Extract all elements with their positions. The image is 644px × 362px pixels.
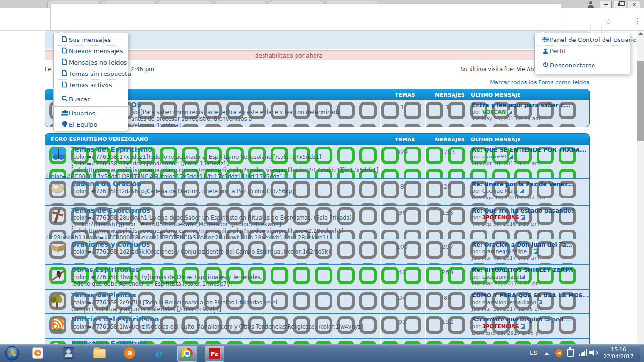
tray-expand-icon[interactable] bbox=[545, 352, 549, 355]
scrollbar-up-arrow-icon[interactable] bbox=[638, 32, 643, 35]
forum-link[interactable]: Temas del Espiritismo bbox=[71, 146, 380, 154]
broken-image-placeholder bbox=[426, 230, 443, 239]
forum-row[interactable]: Oraciones y Conjuros[color=#776D5B:1d2rs… bbox=[45, 239, 589, 264]
menu-item-panel-de-control[interactable]: Panel de Control del Usuario bbox=[535, 34, 630, 45]
forum-link[interactable]: Cadena de Oración bbox=[71, 180, 380, 188]
forum-row[interactable]: Temas de Plantas[color=#776D5B:2c9v7lj1]… bbox=[45, 289, 589, 313]
last-post-link[interactable]: COMO Y PARA QUE SE USA LA MOS... bbox=[472, 292, 589, 299]
last-post-link[interactable]: Re: RITUALITOS SHIRLEY ZERPA bbox=[472, 267, 589, 274]
last-post-author[interactable]: marialionzerozuliano bbox=[482, 299, 536, 305]
forum-link[interactable]: Obras Espirituales bbox=[71, 266, 380, 274]
last-post-link[interactable]: Sacerdote que inspiró la pelí... bbox=[472, 316, 589, 323]
forum-row[interactable]: Obras Espirituales[color=#776D5B:1hwc3p7… bbox=[45, 264, 589, 289]
last-post-cell: Re: RITUALITOS SHIRLEY ZERPApor cacicaur… bbox=[472, 267, 589, 287]
last-post-by: por Cacique Mara bbox=[472, 188, 589, 195]
window-minimize-button[interactable] bbox=[600, 1, 612, 8]
broken-image-placeholder bbox=[248, 289, 266, 289]
forum-row[interactable]: Biblioteca Espiritual bbox=[45, 338, 589, 344]
broken-image-placeholder bbox=[537, 263, 554, 264]
user-management-icon[interactable] bbox=[63, 347, 75, 360]
broken-image-placeholder bbox=[337, 203, 355, 205]
forum-row[interactable]: Temas del Espiritismo[color=#776D5B:17x5… bbox=[45, 145, 589, 178]
filezilla-taskbar-button[interactable]: Fz bbox=[205, 346, 224, 362]
forum-row[interactable]: Temas de Exorcismos[color=#776D5B:28uekw… bbox=[45, 205, 589, 239]
menu-item-usuarios[interactable]: Usuarios bbox=[54, 108, 128, 119]
last-post-date: Jue Mar 16, 2017 12:06 am bbox=[472, 306, 589, 313]
network-signal-icon[interactable] bbox=[579, 349, 587, 356]
last-post-author[interactable]: Cacique Mara bbox=[482, 188, 518, 194]
avast-icon[interactable]: a bbox=[124, 347, 136, 360]
column-separator bbox=[425, 265, 426, 289]
forum-link[interactable]: Oraciones y Conjuros bbox=[71, 240, 380, 248]
forum-link[interactable]: Temas de Exorcismos bbox=[71, 206, 380, 214]
external-link-icon[interactable] bbox=[521, 215, 525, 220]
file-explorer-icon[interactable] bbox=[93, 347, 106, 360]
mark-forums-read-link[interactable]: Marcar todos los Foros como leídos bbox=[490, 79, 589, 86]
last-post-author[interactable]: poohre94 bbox=[482, 154, 507, 160]
external-link-icon[interactable] bbox=[534, 249, 538, 254]
menu-item-mensajes-no-leidos[interactable]: Mensajes no leídos bbox=[54, 57, 128, 68]
volume-icon[interactable] bbox=[589, 349, 598, 356]
internet-explorer-icon[interactable]: e bbox=[155, 347, 167, 360]
broken-image-placeholder bbox=[49, 203, 66, 205]
menu-item-sus-mensajes[interactable]: Sus mensajes bbox=[54, 34, 128, 45]
external-link-icon[interactable] bbox=[509, 155, 513, 159]
broken-image-placeholder bbox=[448, 169, 465, 178]
menu-item-desconectarse[interactable]: Desconectarse bbox=[535, 60, 630, 71]
forum-row[interactable]: Cadena de Oración[color=#776D5B:t2dz56kp… bbox=[45, 178, 589, 205]
menu-item-el-equipo[interactable]: El Equipo bbox=[54, 119, 128, 130]
media-player-icon[interactable] bbox=[32, 347, 44, 360]
forum-link[interactable]: Biblioteca Espiritual bbox=[71, 340, 380, 344]
last-post-link[interactable]: Re: Oración a Don Juan del Ta... bbox=[472, 241, 589, 248]
forum-link[interactable]: Noticias del Espiritismo bbox=[71, 315, 380, 323]
external-link-icon[interactable] bbox=[538, 300, 542, 304]
menu-item-temas-activos[interactable]: Temas activos bbox=[54, 80, 128, 90]
window-close-button[interactable]: × bbox=[628, 1, 640, 8]
forum-description: [color=#776D5B:1d2rsd5k]Oraciones y Conj… bbox=[71, 248, 380, 255]
last-post-author[interactable]: cacicaurimare bbox=[482, 274, 519, 280]
last-post-link[interactable]: Re: Únete por la Paz de Venez... bbox=[472, 181, 589, 188]
show-desktop-button[interactable] bbox=[640, 345, 644, 362]
last-post-link[interactable]: Re: Que me ha estado pasando? bbox=[472, 207, 589, 214]
tray-clock[interactable]: 15:16 22/04/2017 bbox=[603, 346, 635, 360]
menu-item-perfil[interactable]: Perfil bbox=[535, 46, 630, 57]
tray-avast-icon[interactable]: a bbox=[555, 349, 563, 357]
external-link-icon[interactable] bbox=[521, 324, 525, 329]
sliders-icon bbox=[541, 35, 550, 46]
broken-image-placeholder bbox=[448, 263, 465, 264]
external-link-icon[interactable] bbox=[520, 275, 525, 279]
browser-menu-icon[interactable]: ⋮ bbox=[634, 16, 641, 25]
broken-image-placeholder bbox=[448, 230, 465, 239]
start-button[interactable] bbox=[5, 346, 19, 362]
page-icon bbox=[60, 58, 69, 68]
menu-item-nuevos-mensajes[interactable]: Nuevos mensajes bbox=[54, 46, 128, 57]
forum-link[interactable]: Temas de Plantas bbox=[71, 291, 380, 299]
broken-image-placeholder bbox=[404, 341, 421, 344]
forum-row[interactable]: Noticias del Espiritismo[color=#776D5B:1… bbox=[45, 313, 589, 338]
scrollbar-thumb[interactable] bbox=[637, 61, 644, 141]
tray-device-icon[interactable] bbox=[567, 349, 574, 357]
external-link-icon[interactable] bbox=[508, 110, 512, 114]
last-post-link[interactable]: Entra y lee aquí para saber c... bbox=[472, 102, 589, 109]
person-icon bbox=[541, 46, 550, 57]
chrome-taskbar-button[interactable] bbox=[177, 346, 197, 362]
window-maximize-button[interactable] bbox=[614, 1, 626, 8]
broken-image-placeholder bbox=[404, 289, 421, 289]
broken-image-placeholder bbox=[537, 230, 554, 239]
external-link-icon[interactable] bbox=[520, 189, 524, 193]
page-scrollbar[interactable] bbox=[637, 31, 644, 344]
menu-item-temas-sin-respuesta[interactable]: Temas sin respuesta bbox=[54, 68, 128, 79]
page-icon bbox=[60, 69, 69, 80]
last-post-link[interactable]: Re: QUÉ SE ENTIENDE POR TRABA... bbox=[472, 147, 589, 154]
last-post-author[interactable]: 3POTENCIAS bbox=[482, 214, 519, 221]
browser-profile-icon[interactable] bbox=[587, 1, 594, 8]
column-separator bbox=[425, 290, 426, 313]
bookmark-star-icon[interactable]: ☆ bbox=[605, 17, 612, 26]
broken-image-placeholder bbox=[492, 203, 510, 205]
menu-item-buscar[interactable]: Buscar bbox=[54, 94, 128, 105]
last-post-author[interactable]: gran negro felipe 1 bbox=[482, 248, 532, 255]
last-post-author[interactable]: 3POTENCIAS bbox=[482, 323, 519, 329]
last-post-author[interactable]: VOLCAN bbox=[482, 109, 506, 115]
language-indicator[interactable]: ES bbox=[530, 350, 537, 356]
last-visit-text: Su última visita fue: Vie Ab bbox=[461, 66, 534, 73]
